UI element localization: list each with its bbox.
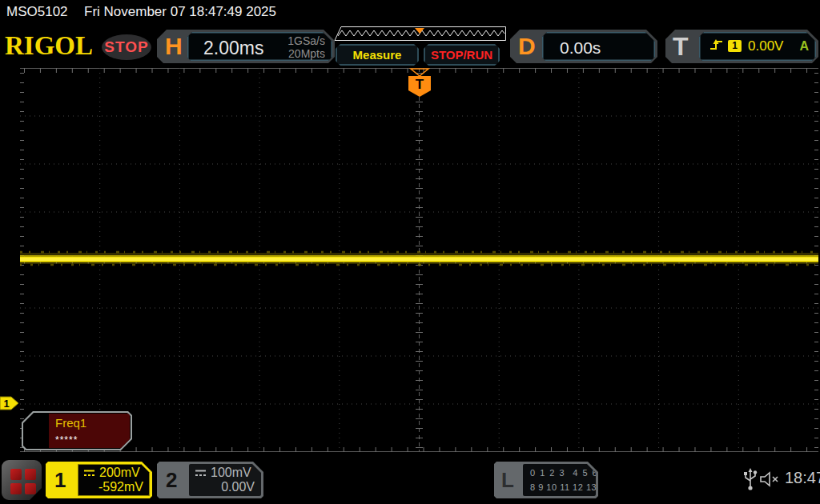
timebase-panel[interactable]: 2.00ms 1GSa/s 20Mpts (187, 32, 332, 61)
dc-coupling-icon (195, 469, 207, 478)
channel2-number: 2 (166, 468, 177, 493)
logic-panel: 0 1 2 3 4 5 6 7 8 9 10 11 12 13 14 15 (523, 464, 596, 496)
ch1-ground-marker[interactable]: 1 (0, 397, 18, 410)
measure-button[interactable]: Measure (336, 44, 419, 66)
delay-panel[interactable]: 0.00s (542, 32, 655, 61)
measurement-box-inner: Freq1 ***** (23, 413, 131, 449)
oscilloscope-screen: MSO5102 Fri November 07 18:47:49 2025 RI… (0, 0, 820, 504)
trigger-panel[interactable]: 1 0.00V A (699, 32, 816, 61)
channel2-block[interactable]: 2 100mV 0.00V (157, 462, 263, 498)
rigol-logo: RIGOL (5, 30, 93, 61)
sample-rate-info: 1GSa/s 20Mpts (287, 34, 325, 60)
status-clock: 18:47 (785, 469, 820, 487)
dc-coupling-icon (83, 469, 95, 478)
svg-text:1: 1 (3, 398, 9, 410)
measurement-label: Freq1 (55, 416, 86, 430)
horizontal-label: H (165, 33, 183, 60)
grid-square-icon (10, 469, 22, 480)
scope-display-area[interactable]: T 1 (0, 68, 820, 453)
horizontal-timebase-box[interactable]: H 2.00ms 1GSa/s 20Mpts (157, 30, 335, 63)
timebase-value: 2.00ms (203, 38, 263, 59)
measurement-box[interactable]: Freq1 ***** (22, 411, 132, 450)
trigger-level-value: 0.00V (748, 38, 783, 54)
sample-rate: 1GSa/s (287, 34, 325, 47)
stop-run-button[interactable]: STOP/RUN (424, 44, 500, 66)
trigger-sweep-mode: A (799, 39, 809, 54)
trigger-source-badge: 1 (728, 40, 742, 52)
speaker-muted-icon (759, 470, 780, 488)
channel2-offset: 0.00V (221, 480, 255, 494)
trigger-box[interactable]: T 1 0.00V A (665, 30, 818, 63)
measurement-value: ***** (55, 434, 78, 446)
logic-channels-row2: 8 9 10 11 12 13 14 15 (530, 482, 624, 492)
logic-channels-block[interactable]: L 0 1 2 3 4 5 6 7 8 9 10 11 12 13 14 15 (494, 462, 598, 498)
channel2-scale: 100mV (211, 466, 251, 480)
channel1-panel: 200mV -592mV (78, 464, 150, 496)
delay-label: D (518, 33, 536, 60)
memory-depth: 20Mpts (287, 47, 325, 60)
datetime-text: Fri November 07 18:47:49 2025 (84, 4, 276, 20)
grid-square-icon (25, 483, 36, 494)
channel1-offset: -592mV (98, 480, 143, 494)
model-name: MSO5102 (6, 4, 68, 20)
waveform-overview-strip[interactable] (330, 26, 506, 42)
trigger-label: T (673, 32, 689, 62)
logic-label: L (501, 468, 514, 493)
grid-square-icon (25, 469, 36, 480)
top-info-bar: MSO5102 Fri November 07 18:47:49 2025 (0, 0, 820, 24)
svg-text:T: T (416, 77, 424, 92)
delay-value: 0.00s (560, 38, 601, 58)
channel1-block[interactable]: 1 200mV -592mV (46, 462, 152, 498)
acquisition-status-badge: STOP (102, 34, 151, 60)
usb-icon (743, 468, 758, 492)
ch1-trace[interactable] (20, 252, 818, 265)
function-grid-button[interactable] (2, 460, 42, 500)
channel2-panel: 100mV 0.00V (189, 464, 261, 496)
delay-box[interactable]: D 0.00s (510, 30, 657, 63)
measurement-panel: Freq1 ***** (49, 414, 130, 448)
grid-square-icon (10, 483, 22, 494)
channel1-number: 1 (54, 468, 66, 493)
trigger-slope-icon (709, 38, 725, 52)
channel1-scale: 200mV (99, 466, 140, 480)
